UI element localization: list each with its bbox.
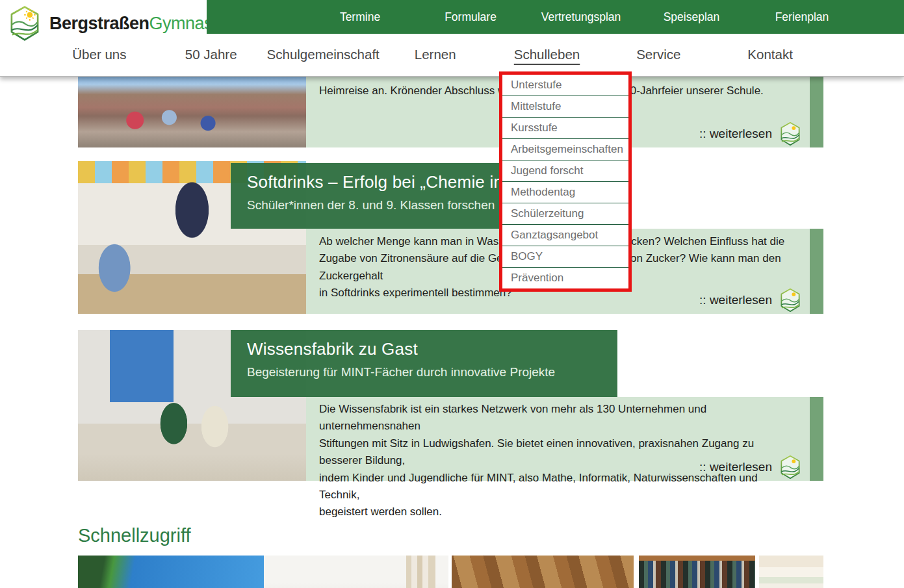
nav-item-service[interactable]: Service bbox=[602, 34, 714, 75]
article-photo-bridge-group[interactable] bbox=[78, 76, 306, 147]
readmore-label: :: weiterlesen bbox=[699, 127, 772, 141]
logo-icon bbox=[778, 455, 803, 479]
nav-item-schulgemeinschaft[interactable]: Schulgemeinschaft bbox=[267, 34, 380, 75]
brand-name-bold: Bergstraßen bbox=[49, 14, 149, 33]
readmore-label: :: weiterlesen bbox=[699, 460, 772, 474]
logo-icon bbox=[6, 5, 43, 42]
dropdown-item-schuelerzeitung[interactable]: Schülerzeitung bbox=[502, 203, 628, 225]
dropdown-item-ganztagsangebot[interactable]: Ganztagsangebot bbox=[502, 225, 628, 246]
article-title-banner[interactable]: Wissensfabrik zu Gast Begeisterung für M… bbox=[231, 330, 617, 397]
dropdown-item-kursstufe[interactable]: Kursstufe bbox=[502, 118, 628, 139]
readmore-link[interactable]: :: weiterlesen bbox=[699, 288, 803, 313]
quick-access-heading: Schnellzugriff bbox=[78, 525, 191, 546]
quick-access-tile-window[interactable] bbox=[759, 556, 823, 588]
utility-nav-menu: Termine Formulare Vertretungsplan Speise… bbox=[305, 0, 857, 34]
nav-item-lernen[interactable]: Lernen bbox=[380, 34, 491, 75]
dropdown-item-praevention[interactable]: Prävention bbox=[502, 268, 628, 288]
dropdown-item-bogy[interactable]: BOGY bbox=[502, 246, 628, 268]
page: BergstraßenGymnasium Termine Formulare V… bbox=[0, 0, 904, 588]
panel-accent-strip bbox=[810, 76, 823, 147]
readmore-link[interactable]: :: weiterlesen bbox=[699, 455, 803, 479]
main-nav: Über uns 50 Jahre Schulgemeinschaft Lern… bbox=[44, 34, 826, 75]
dropdown-item-methodentag[interactable]: Methodentag bbox=[502, 182, 628, 203]
quick-access-tile-schoolyard[interactable] bbox=[78, 556, 264, 588]
nav-item-50-jahre[interactable]: 50 Jahre bbox=[155, 34, 267, 75]
logo-icon bbox=[778, 288, 803, 313]
schulleben-dropdown-highlighted: Unterstufe Mittelstufe Kursstufe Arbeits… bbox=[499, 71, 632, 292]
site-header: BergstraßenGymnasium Termine Formulare V… bbox=[0, 0, 904, 77]
dropdown-item-mittelstufe[interactable]: Mittelstufe bbox=[502, 96, 628, 118]
quick-access-tile-building[interactable] bbox=[264, 556, 448, 588]
schulleben-dropdown-list: Unterstufe Mittelstufe Kursstufe Arbeits… bbox=[502, 75, 628, 288]
topnav-item-speiseplan[interactable]: Speiseplan bbox=[636, 0, 747, 34]
dropdown-item-jugend-forscht[interactable]: Jugend forscht bbox=[502, 160, 628, 182]
topnav-item-vertretungsplan[interactable]: Vertretungsplan bbox=[526, 0, 636, 34]
readmore-link[interactable]: :: weiterlesen bbox=[699, 121, 803, 146]
quick-access-tile-wood-structure[interactable] bbox=[452, 556, 634, 588]
dropdown-item-arbeitsgemeinschaften[interactable]: Arbeitsgemeinschaften bbox=[502, 139, 628, 160]
readmore-label: :: weiterlesen bbox=[699, 293, 772, 307]
dropdown-item-unterstufe[interactable]: Unterstufe bbox=[502, 75, 628, 96]
topnav-item-termine[interactable]: Termine bbox=[305, 0, 415, 34]
quick-access-tile-library-shelf[interactable] bbox=[639, 556, 755, 588]
logo-icon bbox=[778, 121, 803, 146]
topnav-item-ferienplan[interactable]: Ferienplan bbox=[747, 0, 857, 34]
topnav-item-formulare[interactable]: Formulare bbox=[415, 0, 526, 34]
article-subtitle: Begeisterung für MINT-Fächer durch innov… bbox=[247, 365, 617, 379]
nav-item-schulleben[interactable]: Schulleben bbox=[491, 34, 603, 75]
nav-item-kontakt[interactable]: Kontakt bbox=[714, 34, 826, 75]
panel-accent-strip bbox=[810, 397, 823, 481]
panel-accent-strip bbox=[810, 229, 823, 314]
nav-item-ueber-uns[interactable]: Über uns bbox=[44, 34, 155, 75]
article-title: Wissensfabrik zu Gast bbox=[247, 339, 617, 359]
utility-nav: Termine Formulare Vertretungsplan Speise… bbox=[207, 0, 904, 34]
